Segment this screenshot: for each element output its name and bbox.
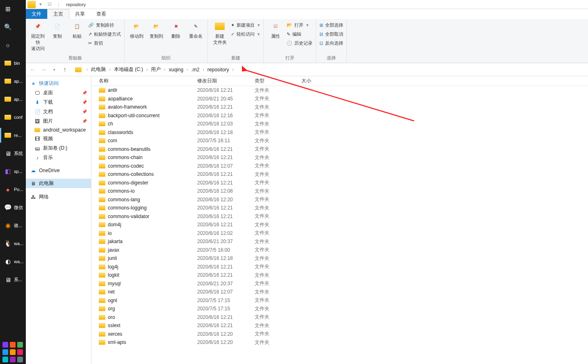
rename-button[interactable]: ✎重命名 bbox=[187, 20, 204, 39]
sidebar-item[interactable]: ♪音乐 bbox=[26, 153, 91, 162]
table-row[interactable]: commons-beanutils2020/6/16 12:21文件夹 bbox=[91, 145, 588, 154]
chevron-right-icon[interactable]: › bbox=[202, 67, 205, 72]
taskbar-item[interactable]: 💬微信 bbox=[0, 198, 26, 216]
column-date[interactable]: 修改日期 bbox=[197, 77, 255, 84]
taskbar-item[interactable]: 🔍 bbox=[0, 18, 26, 36]
easy-access-button[interactable]: ✓轻松访问▾ bbox=[231, 30, 260, 39]
table-row[interactable]: commons-collections2020/6/16 12:21文件夹 bbox=[91, 170, 588, 179]
tab-share[interactable]: 共享 bbox=[69, 9, 91, 19]
open-button[interactable]: 📂打开▾ bbox=[287, 20, 312, 30]
taskbar-item[interactable]: ap... bbox=[0, 90, 26, 108]
breadcrumb-segment[interactable]: 此电脑 bbox=[89, 66, 108, 73]
column-size[interactable]: 大小 bbox=[301, 77, 330, 84]
table-row[interactable]: com2020/7/5 16:11文件夹 bbox=[91, 136, 588, 145]
taskbar-item[interactable]: bin bbox=[0, 54, 26, 72]
taskbar-item[interactable]: ⊞ bbox=[0, 0, 26, 18]
paste-button[interactable]: 📋粘贴 bbox=[68, 20, 86, 39]
recent-dropdown-icon[interactable]: ▾ bbox=[50, 65, 59, 74]
table-row[interactable]: logkit2020/6/16 12:21文件夹 bbox=[91, 271, 588, 280]
table-row[interactable]: ognl2020/7/5 17:15文件夹 bbox=[91, 296, 588, 305]
table-row[interactable]: avalon-framework2020/6/16 12:21文件夹 bbox=[91, 103, 588, 111]
sidebar-item[interactable]: android_workspace bbox=[26, 126, 91, 134]
cut-button[interactable]: ✂剪切 bbox=[88, 39, 121, 48]
select-all-button[interactable]: ⊞全部选择 bbox=[319, 20, 343, 30]
edit-button[interactable]: ✎编辑 bbox=[287, 30, 312, 39]
table-row[interactable]: ch2020/6/16 12:03文件夹 bbox=[91, 120, 588, 128]
table-row[interactable]: dom4j2020/6/16 12:21文件夹 bbox=[91, 221, 588, 229]
network-item[interactable]: 🖧网络 bbox=[26, 192, 91, 202]
table-row[interactable]: aopalliance2020/6/21 20:45文件夹 bbox=[91, 95, 588, 103]
quick-access-header[interactable]: ★快速访问 bbox=[26, 79, 91, 88]
taskbar-item[interactable]: conf bbox=[0, 108, 26, 126]
chevron-right-icon[interactable]: › bbox=[108, 67, 111, 72]
taskbar-item[interactable]: ◧sp... bbox=[0, 162, 26, 180]
table-row[interactable]: classworlds2020/6/16 12:18文件夹 bbox=[91, 128, 588, 137]
properties-button[interactable]: ☑属性 bbox=[267, 20, 284, 39]
table-row[interactable]: xerces2020/6/16 12:20文件夹 bbox=[91, 330, 588, 339]
tab-view[interactable]: 查看 bbox=[91, 9, 112, 19]
table-row[interactable]: javax2020/7/5 16:00文件夹 bbox=[91, 246, 588, 255]
select-none-button[interactable]: ⊟全部取消 bbox=[319, 30, 343, 39]
table-row[interactable]: commons-chain2020/6/16 12:21文件夹 bbox=[91, 153, 588, 162]
table-row[interactable]: commons-digester2020/6/16 12:21文件夹 bbox=[91, 179, 588, 187]
history-button[interactable]: 🕘历史记录 bbox=[287, 39, 312, 48]
table-row[interactable]: commons-logging2020/6/16 12:21文件夹 bbox=[91, 204, 588, 212]
new-folder-button[interactable]: 新建 文件夹 bbox=[211, 20, 228, 46]
sidebar-item[interactable]: 🖼图片📌 bbox=[26, 116, 91, 126]
up-button[interactable]: ↑ bbox=[60, 65, 69, 74]
new-item-button[interactable]: ✦新建项目▾ bbox=[231, 20, 260, 30]
chevron-right-icon[interactable]: › bbox=[186, 67, 189, 72]
breadcrumb-segment[interactable]: xuqing bbox=[166, 67, 186, 73]
tab-file[interactable]: 文件 bbox=[26, 9, 47, 19]
table-row[interactable]: org2020/7/5 17:15文件夹 bbox=[91, 305, 588, 313]
breadcrumb-segment[interactable]: 本地磁盘 (C:) bbox=[112, 66, 146, 73]
table-row[interactable]: mysql2020/6/21 20:37文件夹 bbox=[91, 280, 588, 288]
breadcrumb-folder-icon[interactable] bbox=[75, 67, 82, 72]
breadcrumb-segment[interactable]: repository bbox=[205, 67, 232, 73]
this-pc-item[interactable]: 🖥此电脑 bbox=[26, 179, 91, 188]
paste-shortcut-button[interactable]: ↗粘贴快捷方式 bbox=[88, 30, 121, 39]
copyto-button[interactable]: 📂复制到 bbox=[148, 20, 165, 39]
taskbar-item[interactable]: ◐wa... bbox=[0, 253, 26, 271]
table-row[interactable]: net2020/6/16 12:07文件夹 bbox=[91, 288, 588, 296]
table-row[interactable]: commons-lang2020/6/16 12:20文件夹 bbox=[91, 196, 588, 204]
table-row[interactable]: backport-util-concurrent2020/6/16 12:16文… bbox=[91, 111, 588, 120]
sidebar-item[interactable]: 🎞视频 bbox=[26, 134, 91, 143]
taskbar-item[interactable]: ●Po... bbox=[0, 180, 26, 198]
onedrive-item[interactable]: ☁OneDrive bbox=[26, 166, 91, 175]
qat-properties-icon[interactable]: ☑ bbox=[46, 1, 54, 8]
sidebar-item[interactable]: 🖵桌面📌 bbox=[26, 88, 91, 98]
sidebar-item[interactable]: ⬇下载📌 bbox=[26, 98, 91, 107]
breadcrumb-segment[interactable]: 用户 bbox=[148, 66, 163, 73]
taskbar-item[interactable]: 🖥系统 bbox=[0, 144, 26, 162]
column-type[interactable]: 类型 bbox=[255, 77, 301, 84]
column-name[interactable]: 名称 bbox=[91, 77, 197, 84]
back-button[interactable]: ← bbox=[28, 65, 37, 74]
table-row[interactable]: log4j2020/6/16 12:21文件夹 bbox=[91, 263, 588, 271]
copy-path-button[interactable]: 🔗复制路径 bbox=[88, 20, 121, 30]
sidebar-item[interactable]: 📄文档📌 bbox=[26, 107, 91, 116]
invert-button[interactable]: ⊡反向选择 bbox=[319, 39, 343, 48]
chevron-right-icon[interactable]: › bbox=[231, 67, 234, 72]
copy-button[interactable]: 📄复制 bbox=[49, 20, 66, 39]
delete-button[interactable]: ✖删除 bbox=[167, 20, 185, 39]
table-row[interactable]: commons-validator2020/6/16 12:21文件夹 bbox=[91, 212, 588, 221]
table-row[interactable]: commons-codec2020/6/16 12:07文件夹 bbox=[91, 162, 588, 171]
table-row[interactable]: oro2020/6/16 12:21文件夹 bbox=[91, 313, 588, 322]
breadcrumb-segment[interactable]: .m2 bbox=[189, 67, 202, 73]
pin-quick-access-button[interactable]: 📌固定到快 速访问 bbox=[29, 20, 46, 52]
taskbar-item[interactable]: 🐧wa... bbox=[0, 234, 26, 253]
system-tray[interactable] bbox=[0, 340, 26, 364]
qat-dropdown-icon[interactable]: ▾ bbox=[36, 1, 45, 8]
table-row[interactable]: xml-apis2020/6/16 12:20文件夹 bbox=[91, 338, 588, 347]
taskbar-item[interactable]: ○ bbox=[0, 36, 26, 54]
table-row[interactable]: sslext2020/6/16 12:21文件夹 bbox=[91, 321, 588, 330]
taskbar-item[interactable]: 🖥系... bbox=[0, 271, 26, 289]
chevron-right-icon[interactable]: › bbox=[163, 67, 166, 72]
table-row[interactable]: junit2020/6/16 12:18文件夹 bbox=[91, 254, 588, 263]
chevron-right-icon[interactable]: › bbox=[86, 67, 89, 72]
chevron-right-icon[interactable]: › bbox=[146, 67, 148, 72]
table-row[interactable]: commons-io2020/6/16 12:08文件夹 bbox=[91, 187, 588, 196]
table-row[interactable]: io2020/6/16 12:02文件夹 bbox=[91, 229, 588, 238]
moveto-button[interactable]: 📂移动到 bbox=[128, 20, 145, 39]
